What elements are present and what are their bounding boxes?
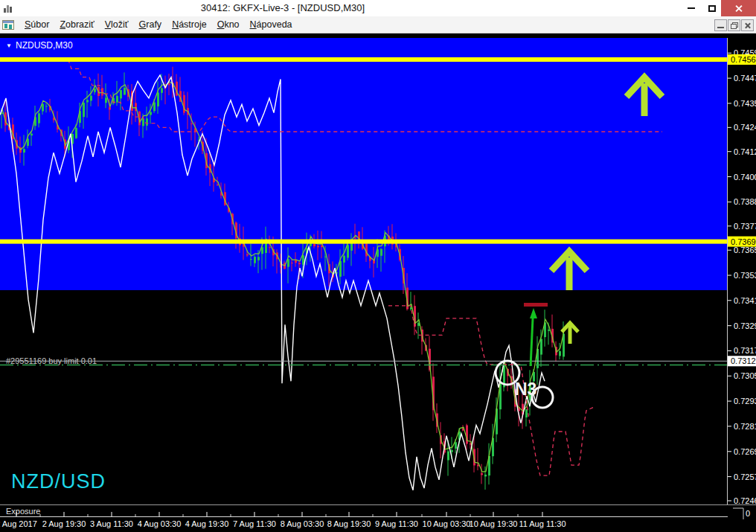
yellow-level-line-1[interactable]	[0, 57, 728, 62]
maximize-icon	[708, 5, 716, 12]
chart-minimize-button[interactable]	[714, 19, 727, 31]
symbol-watermark: NZD/USD	[11, 470, 106, 493]
price-tick-label: 0.72815	[734, 422, 756, 431]
price-tick-label: 0.74005	[734, 173, 756, 182]
menu-item-sbor[interactable]: Súbor	[19, 17, 54, 32]
time-tick-label: 4 Aug 19:30	[185, 519, 229, 528]
price-tick-label: 0.72460	[734, 496, 756, 505]
price-badge-label: 0.73696	[731, 237, 756, 246]
maximize-button[interactable]	[702, 0, 721, 16]
menu-item-okno[interactable]: Okno	[212, 17, 245, 32]
time-tick-label: 4 Aug 03:30	[138, 519, 182, 528]
price-chart-canvas[interactable]: NZD/USD#29551169 buy limit 0.01N3▼NZDUSD…	[0, 33, 756, 532]
time-tick-label: 9 Aug 11:30	[375, 519, 418, 528]
price-tick-label: 0.73770	[734, 222, 756, 231]
price-tick-label: 0.72935	[734, 397, 756, 406]
menu-item-npoveda[interactable]: Nápoveda	[245, 17, 298, 32]
chart-window-controls	[714, 19, 754, 31]
chart-restore-icon	[731, 22, 738, 29]
price-tick-label: 0.72575	[734, 472, 756, 481]
chart-close-icon	[744, 22, 751, 29]
time-tick-label: 7 Aug 11:30	[233, 519, 276, 528]
price-tick-label: 0.73175	[734, 346, 756, 355]
menu-item-zobrazi[interactable]: Zobraziť	[54, 17, 99, 32]
exposure-tab[interactable]: Exposure	[6, 507, 40, 516]
price-axis-background[interactable]	[728, 33, 756, 532]
trade-arrow-head	[530, 308, 537, 318]
trade-arrow-line[interactable]	[531, 318, 533, 366]
price-tick-label: 0.74125	[734, 147, 756, 156]
price-tick-label: 0.73885	[734, 197, 756, 206]
price-tick-label: 0.74355	[734, 99, 756, 108]
price-tick-label: 0.73055	[734, 371, 756, 380]
menu-item-vloi[interactable]: Vložiť	[100, 17, 134, 32]
corner-zero-label: 0	[746, 509, 750, 518]
price-tick-label: 0.73415	[734, 296, 756, 305]
price-tick-label: 0.73535	[734, 271, 756, 280]
price-tick-label: 0.73655	[734, 246, 756, 254]
menu-item-nstroje[interactable]: Nástroje	[167, 17, 212, 32]
time-tick-label: 8 Aug 03:30	[281, 519, 324, 528]
close-button[interactable]	[721, 0, 756, 16]
menu-bar: SúborZobraziťVložiťGrafyNástrojeOknoNápo…	[0, 16, 756, 33]
app-logo-icon	[3, 3, 14, 13]
price-tick-label: 0.73295	[734, 321, 756, 330]
chart-restore-button[interactable]	[728, 19, 740, 31]
close-icon	[734, 4, 743, 13]
window-title: 30412: GKFX-Live-3 - [NZDUSD,M30]	[45, 0, 521, 16]
chart-area[interactable]: NZD/USD#29551169 buy limit 0.01N3▼NZDUSD…	[0, 33, 756, 532]
blue-zone-rectangle	[0, 38, 728, 290]
price-tick-label: 0.72695	[734, 447, 756, 456]
mt4-window: 30412: GKFX-Live-3 - [NZDUSD,M30] SúborZ…	[0, 0, 756, 532]
time-tick-label: 10 Aug 19:30	[470, 519, 518, 528]
chart-top-mask	[0, 33, 756, 38]
symbol-dropdown-icon[interactable]: ▼	[6, 42, 12, 49]
chart-document-icon[interactable]	[2, 20, 14, 30]
price-badge-label: 0.74564	[731, 55, 756, 64]
time-tick-label: 11 Aug 11:30	[519, 519, 566, 528]
time-tick-label: 2 Aug 19:30	[42, 519, 86, 528]
minimize-icon	[688, 7, 695, 9]
time-tick-label: 8 Aug 19:30	[327, 519, 371, 528]
time-tick-label: 10 Aug 03:30	[423, 519, 471, 528]
chart-close-button[interactable]	[741, 19, 754, 31]
chart-symbol-label: NZDUSD,M30	[16, 40, 73, 51]
price-tick-label: 0.74475	[734, 74, 756, 83]
price-tick-label: 0.74240	[734, 123, 756, 132]
time-tick-label: 3 Aug 11:30	[90, 519, 133, 528]
annotation-n3-label: N3	[515, 379, 536, 399]
title-bar: 30412: GKFX-Live-3 - [NZDUSD,M30]	[0, 0, 756, 16]
menu-item-grafy[interactable]: Grafy	[134, 17, 167, 32]
yellow-level-line-2[interactable]	[0, 240, 728, 244]
trade-target-bar[interactable]	[524, 303, 548, 307]
price-badge-label: 0.73126	[731, 356, 756, 365]
chart-minimize-icon	[717, 27, 724, 28]
minimize-button[interactable]	[680, 0, 702, 16]
time-tick-label: 2 Aug 2017	[0, 519, 37, 528]
